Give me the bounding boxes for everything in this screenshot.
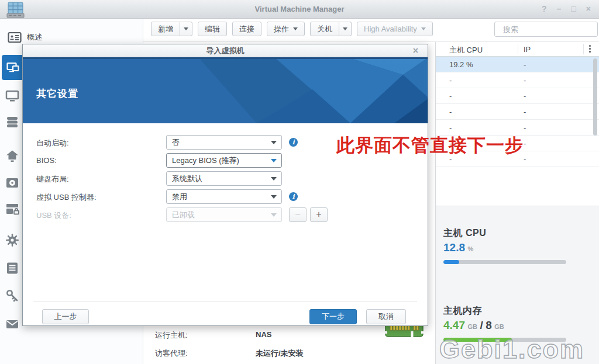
window-title: Virtual Machine Manager <box>0 5 599 13</box>
maximize-button[interactable]: □ <box>571 4 576 14</box>
search-box <box>494 22 598 37</box>
host-cpu-stat: 主机 CPU 12.8 % <box>443 227 566 264</box>
column-host-cpu[interactable]: 主机 CPU <box>449 45 483 56</box>
chevron-down-icon <box>421 27 426 30</box>
shutdown-split-button: 关机 <box>310 22 352 36</box>
field-label: 虚拟 USB 控制器: <box>36 192 97 203</box>
host-cpu-bar <box>443 260 566 264</box>
keyboard-layout-select[interactable]: 系统默认 <box>166 171 282 186</box>
disk-image-icon <box>5 176 19 190</box>
back-button[interactable]: 上一步 <box>42 309 89 324</box>
form-row-usb-controller: 虚拟 USB 控制器: 禁用 i <box>23 189 428 204</box>
form-row-usb-device: USB 设备: 已卸载 − + <box>23 207 428 223</box>
sidebar-item-license[interactable] <box>5 289 20 304</box>
bios-select[interactable]: Legacy BIOS (推荐) <box>166 153 282 168</box>
key-icon <box>5 289 19 303</box>
field-label: 键盘布局: <box>36 174 69 185</box>
monitor-icon <box>5 89 19 103</box>
info-icon[interactable]: i <box>289 138 298 147</box>
search-input[interactable] <box>503 25 599 34</box>
vmm-window: Virtual Machine Manager ? – □ × 新增 编辑 连接… <box>0 0 599 364</box>
minimize-button[interactable]: – <box>557 4 562 14</box>
dialog-title: 导入虚拟机 <box>206 46 245 55</box>
add-button[interactable]: 新增 <box>151 22 180 36</box>
sidebar-overview-label: 概述 <box>27 32 42 43</box>
sidebar-item-log[interactable] <box>5 261 20 276</box>
field-label: 自动启动: <box>36 138 69 148</box>
high-availability-button[interactable]: High Availability <box>357 22 433 36</box>
info-icon[interactable]: i <box>289 192 298 201</box>
host-memory-used: 4.47 <box>443 319 465 331</box>
sidebar-item-host[interactable] <box>5 89 20 104</box>
dialog-footer: 上一步 下一步 取消 <box>33 301 417 302</box>
edit-button[interactable]: 编辑 <box>198 22 227 36</box>
dialog-titlebar: 导入虚拟机 × <box>23 44 428 57</box>
host-memory-total: 8 <box>486 319 492 331</box>
overview-card-icon <box>8 30 22 44</box>
host-memory-title: 主机内存 <box>443 305 566 317</box>
add-usb-button[interactable]: + <box>310 207 328 222</box>
chevron-down-icon <box>271 159 277 162</box>
sidebar-item-virtual-machine[interactable] <box>2 55 24 80</box>
field-label: USB 设备: <box>36 210 71 221</box>
sidebar-item-notification[interactable] <box>5 317 20 332</box>
import-vm-dialog: 导入虚拟机 × 其它设置 自动启动: 否 <box>22 44 428 326</box>
host-cpu-value: 12.8 <box>443 241 465 254</box>
action-button[interactable]: 操作 <box>267 22 305 36</box>
usb-controller-select[interactable]: 禁用 <box>166 189 282 204</box>
dialog-close-button[interactable]: × <box>413 44 418 57</box>
sidebar-item-settings[interactable] <box>5 233 20 248</box>
detail-label: 运行主机: <box>155 330 249 341</box>
chevron-down-icon <box>293 27 298 30</box>
column-ip[interactable]: IP <box>524 45 531 54</box>
dialog-banner: 其它设置 <box>23 57 428 123</box>
table-row[interactable]: - - <box>436 104 599 120</box>
sidebar-item-protection[interactable] <box>5 202 20 217</box>
virtual-machine-icon <box>6 61 20 75</box>
detail-value: NAS <box>256 330 271 339</box>
usb-device-select: 已卸载 <box>166 207 282 222</box>
shutdown-button[interactable]: 关机 <box>310 22 339 36</box>
tutorial-annotation: 此界面不管直接下一步 <box>336 133 524 158</box>
remove-usb-button[interactable]: − <box>289 207 307 222</box>
next-button[interactable]: 下一步 <box>309 309 357 324</box>
connect-button[interactable]: 连接 <box>232 22 261 36</box>
chevron-down-icon <box>184 27 188 30</box>
log-list-icon <box>5 261 19 275</box>
table-row[interactable]: - - <box>436 88 599 104</box>
table-row[interactable]: 19.2 % - <box>436 57 599 72</box>
cancel-button[interactable]: 取消 <box>366 309 406 324</box>
chevron-down-icon <box>271 195 277 199</box>
server-lock-icon <box>5 202 19 216</box>
sidebar-item-image[interactable] <box>5 176 20 191</box>
help-button[interactable]: ? <box>542 4 547 14</box>
chevron-down-icon <box>343 27 347 30</box>
chevron-down-icon <box>271 141 277 144</box>
host-cpu-bar-fill <box>443 260 459 264</box>
shutdown-dropdown-button[interactable] <box>339 22 352 36</box>
host-cpu-unit: % <box>467 245 473 252</box>
close-window-button[interactable]: × <box>586 4 591 14</box>
table-row[interactable]: - - <box>436 72 599 88</box>
storage-disks-icon <box>5 115 19 129</box>
autostart-select[interactable]: 否 <box>166 135 282 150</box>
dialog-section-title: 其它设置 <box>36 87 78 100</box>
field-label: BIOS: <box>36 156 57 165</box>
sidebar-item-overview[interactable]: 概述 <box>8 30 42 44</box>
window-titlebar: Virtual Machine Manager ? – □ × <box>0 0 599 19</box>
column-menu-icon[interactable] <box>589 45 591 47</box>
gear-icon <box>5 233 19 247</box>
add-dropdown-button[interactable] <box>180 22 192 36</box>
chevron-down-icon <box>271 177 277 181</box>
detail-label: 访客代理: <box>155 348 249 359</box>
sidebar-item-storage[interactable] <box>5 115 20 130</box>
host-cpu-title: 主机 CPU <box>443 227 566 240</box>
detail-value: 未运行/未安装 <box>256 348 304 359</box>
mail-icon <box>5 317 19 331</box>
sidebar-item-network[interactable] <box>5 149 20 164</box>
vm-table-header: 主机 CPU IP <box>436 42 599 57</box>
watermark: Gebi1.com <box>439 334 584 364</box>
add-split-button: 新增 <box>151 22 192 36</box>
table-scrollbar[interactable] <box>593 58 597 136</box>
chevron-down-icon <box>271 213 277 217</box>
